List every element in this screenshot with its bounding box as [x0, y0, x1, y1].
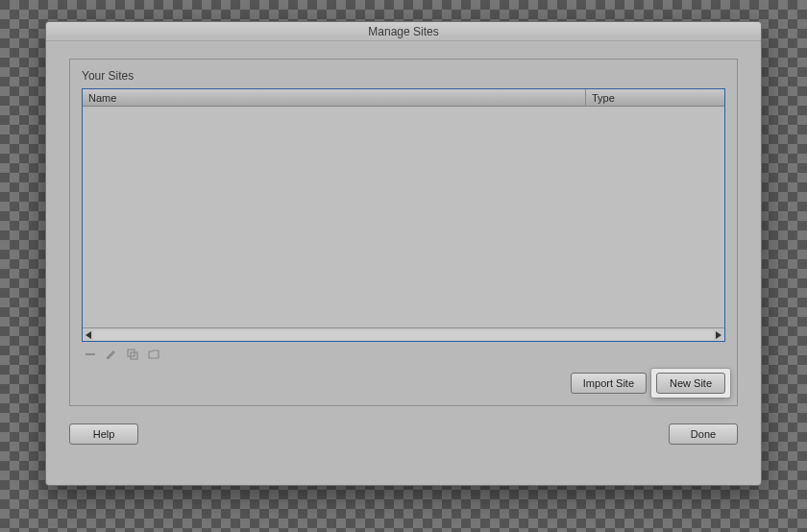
svg-rect-0	[86, 353, 95, 355]
delete-icon[interactable]	[84, 348, 97, 361]
scroll-track[interactable]	[93, 330, 714, 340]
table-header-row: Name Type	[83, 89, 724, 107]
table-body[interactable]	[83, 107, 724, 327]
horizontal-scrollbar[interactable]	[83, 327, 724, 341]
scroll-right-arrow-icon[interactable]	[716, 331, 721, 339]
panel-button-row: Import Site New Site	[82, 373, 725, 394]
window-body: Your Sites Name Type	[46, 41, 761, 485]
new-site-highlight: New Site	[651, 369, 730, 398]
column-header-type[interactable]: Type	[586, 89, 724, 106]
import-site-button[interactable]: Import Site	[571, 373, 647, 394]
manage-sites-window: Manage Sites Your Sites Name Type	[45, 21, 762, 486]
window-title: Manage Sites	[46, 22, 761, 41]
edit-icon[interactable]	[105, 348, 118, 361]
done-button[interactable]: Done	[669, 423, 738, 445]
your-sites-panel: Your Sites Name Type	[69, 59, 738, 406]
sites-table: Name Type	[82, 88, 725, 342]
help-button[interactable]: Help	[69, 423, 138, 445]
column-header-name[interactable]: Name	[83, 89, 586, 106]
new-site-button[interactable]: New Site	[656, 373, 725, 394]
toolbar	[82, 342, 725, 361]
duplicate-icon[interactable]	[126, 348, 139, 361]
footer-row: Help Done	[69, 423, 738, 445]
scroll-left-arrow-icon[interactable]	[86, 331, 91, 339]
export-icon[interactable]	[147, 348, 160, 361]
panel-title: Your Sites	[82, 69, 725, 83]
